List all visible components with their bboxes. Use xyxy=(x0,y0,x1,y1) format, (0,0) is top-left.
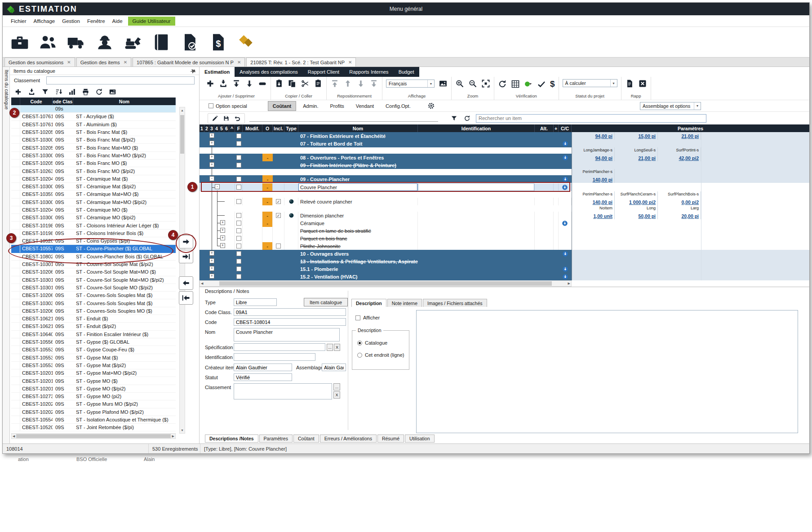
copy-down-icon[interactable] xyxy=(562,184,568,191)
window-tab[interactable]: Gestion des soumissions✕ xyxy=(4,58,75,66)
edit-pencil-icon[interactable] xyxy=(212,115,218,122)
radio-icon[interactable] xyxy=(357,341,362,346)
expand-box[interactable]: + xyxy=(220,243,225,248)
clients-icon[interactable] xyxy=(37,31,59,53)
grid-col-modif[interactable]: Modif. xyxy=(243,124,262,132)
row-checkbox[interactable] xyxy=(236,244,241,248)
tab-rapports-internes[interactable]: Rapports Internes xyxy=(344,67,393,77)
param-value[interactable]: 42,00 pi2 xyxy=(660,155,699,161)
menu-item-fenêtre[interactable]: Fenêtre xyxy=(84,17,109,26)
catalog-row[interactable]: CBEST-10273009SST - Gypse MO (pi2) xyxy=(11,393,176,400)
zoom-fit-icon[interactable] xyxy=(481,79,490,88)
catalog-row[interactable]: CBEST-10621809SST - Enduit ($) xyxy=(11,315,176,323)
catalog-row[interactable]: CBEST-10301109SST - Couvre-Sol Souple Ma… xyxy=(11,276,176,284)
view-button-admin-[interactable]: Admin. xyxy=(298,101,323,111)
validate-check-icon[interactable] xyxy=(537,80,546,89)
catalog-row[interactable]: CBEST-10301009SST - Couvre-Sol Souple Ma… xyxy=(11,261,176,268)
grid-row[interactable]: +07 - Toiture et Bord de Toit xyxy=(200,140,809,147)
window-tab[interactable]: 210825 T: Rév. 1 - Scé. 2 : Test Gabarit… xyxy=(246,58,356,66)
grid-col-3[interactable]: 3 xyxy=(209,124,214,132)
expand-box[interactable]: + xyxy=(220,235,225,240)
grid-col-2[interactable]: 2 xyxy=(204,124,209,132)
catalog-row[interactable]: CBEST-10520409SST - Coins Gypses ($/pi) xyxy=(11,237,176,245)
grid-col-[interactable]: + xyxy=(554,124,559,132)
nom-input[interactable]: Couvre Plancher xyxy=(234,328,340,341)
menu-guide-utilisateur[interactable]: Guide Utilisateur xyxy=(128,17,175,26)
catalog-row[interactable]: CBEST-10202109SST - Gypse Murs MO ($/pi2… xyxy=(11,400,176,408)
type-input[interactable] xyxy=(234,298,277,306)
copy-icon[interactable] xyxy=(288,79,297,88)
param-value[interactable]: 0,00 pi2 xyxy=(660,200,699,205)
grid-col-o[interactable]: O xyxy=(262,124,273,132)
tab-analyses-des-compilations[interactable]: Analyses des compilations xyxy=(235,67,303,77)
catalog-row[interactable]: CBEST-10300809SST - Céramique Mat+MO ($/… xyxy=(11,199,176,206)
view-button-vendant[interactable]: Vendant xyxy=(351,101,379,111)
catalog-row[interactable]: CBEST-10300609SST - Bois Franc Mat ($/pi… xyxy=(11,136,176,144)
catalog-row[interactable]: CBEST-10301209SST - Couvre-Sol Souple MO… xyxy=(11,284,176,292)
grid-row[interactable]: +07 - Finition Extérieure et Étanchéité9… xyxy=(200,132,809,140)
catalog-row[interactable]: CBEST-10556809SST - Gypse ($) GLOBAL xyxy=(11,338,176,346)
expand-box[interactable]: + xyxy=(209,133,214,138)
remove-item-icon[interactable] xyxy=(258,79,267,88)
catalog-row[interactable]: CBEST-10205109SST - Bois Franc Mat ($) xyxy=(11,129,176,136)
suppliers-truck-icon[interactable] xyxy=(66,31,87,53)
catalog-row[interactable]: CBEST-10761309SST - Aluminium ($) xyxy=(11,121,176,129)
expand-box[interactable]: + xyxy=(209,155,214,160)
row-checkbox[interactable] xyxy=(236,221,241,226)
item-catalogue-button[interactable]: Item catalogue xyxy=(304,298,348,306)
expand-box[interactable]: + xyxy=(220,228,225,233)
export-excel-icon[interactable] xyxy=(638,79,647,88)
documents-dollar-icon[interactable]: $ xyxy=(207,31,229,53)
paste-icon[interactable] xyxy=(314,79,323,88)
classement-input[interactable] xyxy=(46,76,195,84)
copy-down-icon[interactable] xyxy=(562,141,568,147)
identification-input[interactable] xyxy=(234,353,315,361)
import-icon[interactable] xyxy=(28,88,35,96)
copy-down-icon[interactable] xyxy=(562,266,568,272)
catalog-row[interactable]: CBEST-10300909SST - Céramique MO ($/pi2) xyxy=(11,214,176,222)
insert-item-below-icon[interactable] xyxy=(245,79,254,88)
grid-row[interactable]: --09 - Couvre-PlancherPerimPlancher-s140… xyxy=(200,169,809,183)
menu-item-fichier[interactable]: Fichier xyxy=(7,17,30,26)
close-icon[interactable]: ✕ xyxy=(124,60,127,65)
radio-option[interactable]: Catalogue xyxy=(357,340,387,346)
bottom-tab-erreurs-am-liorations[interactable]: Erreurs / Améliorations xyxy=(320,434,377,443)
filter-icon[interactable] xyxy=(451,115,457,122)
dropdown-statut-du-projet[interactable]: À calculer▼ xyxy=(563,79,617,87)
row-checkbox[interactable] xyxy=(236,213,241,218)
grid-col-4[interactable]: 4 xyxy=(214,124,219,132)
bottom-tab-co-tant[interactable]: Coûtant xyxy=(293,434,319,443)
param-value[interactable]: 21,00 pi xyxy=(660,133,699,139)
status-dot-icon[interactable] xyxy=(524,80,533,89)
createur-input[interactable] xyxy=(234,364,292,371)
inline-edit-field[interactable] xyxy=(249,115,438,122)
option-flag[interactable]: - xyxy=(262,183,272,191)
recalculate-icon[interactable] xyxy=(498,80,507,89)
catalog-row[interactable]: CBEST-10761109SST - Acrylique ($) xyxy=(11,113,176,120)
stats-chart-icon[interactable] xyxy=(68,88,76,96)
grid-col-type[interactable]: Type xyxy=(284,124,298,132)
grid-col-cc[interactable]: C/C xyxy=(559,124,572,132)
pin-icon[interactable] xyxy=(189,67,197,75)
option-special-checkbox[interactable] xyxy=(209,103,213,108)
transfer-left-button[interactable] xyxy=(179,276,193,290)
grid-col-5[interactable]: 5 xyxy=(219,124,224,132)
catalog-row[interactable]: CBEST-10206409SST - Couvre-Sol Souple Ma… xyxy=(11,268,176,276)
zoom-in-icon[interactable] xyxy=(455,79,464,88)
expand-box[interactable]: + xyxy=(209,258,214,263)
gear-icon[interactable] xyxy=(427,102,435,110)
window-tab[interactable]: Gestion des items✕ xyxy=(76,58,131,66)
expand-box[interactable]: - xyxy=(209,176,214,181)
grid-col-1[interactable]: 1 xyxy=(200,124,204,132)
add-item-icon[interactable] xyxy=(206,79,215,88)
catalog-row[interactable]: CBEST-10359909SST - Céramique Mat+MO ($) xyxy=(11,191,176,198)
param-value[interactable]: 21,00 pi xyxy=(617,155,656,161)
copy-down-icon[interactable] xyxy=(562,251,568,257)
row-checkbox[interactable] xyxy=(236,259,241,264)
grid-row[interactable]: +-08 - Ouvertures - Portes et FenêtresLo… xyxy=(200,147,809,161)
transfer-right-button[interactable] xyxy=(179,235,193,248)
copy-down-icon[interactable] xyxy=(562,155,568,161)
row-checkbox[interactable] xyxy=(236,133,241,138)
tab-rapport-client[interactable]: Rapport Client xyxy=(303,67,344,77)
incl-checkbox[interactable]: ✓ xyxy=(276,213,281,218)
